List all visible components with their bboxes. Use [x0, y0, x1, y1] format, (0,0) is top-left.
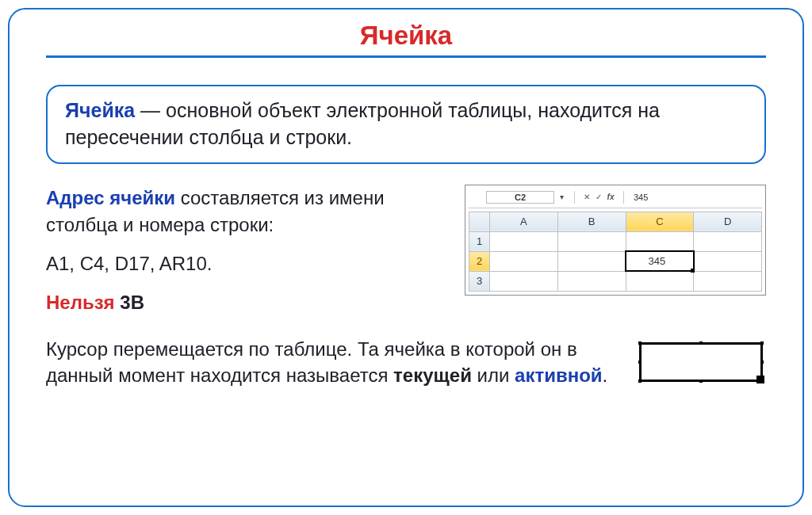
- col-header-D[interactable]: D: [694, 212, 762, 231]
- cell-C2-active[interactable]: 345: [626, 251, 694, 271]
- fill-handle-icon: [756, 376, 764, 383]
- formula-bar-separator: [574, 191, 575, 204]
- address-term: Адрес ячейки: [46, 187, 175, 208]
- cancel-icon[interactable]: ✕: [582, 193, 592, 201]
- bottom-row: Курсор перемещается по таблице. Та ячейк…: [46, 336, 766, 389]
- address-bad-example: 3B: [120, 292, 144, 313]
- cell-C3[interactable]: [626, 271, 694, 291]
- slide-card: Ячейка Ячейка — основной объект электрон…: [8, 8, 804, 507]
- row-header-2[interactable]: 2: [469, 251, 490, 271]
- col-header-B[interactable]: B: [557, 212, 626, 231]
- cell-A2[interactable]: [490, 251, 558, 271]
- confirm-icon[interactable]: ✓: [594, 193, 603, 201]
- cell-A3[interactable]: [490, 271, 558, 291]
- cell-D1[interactable]: [694, 231, 762, 251]
- cell-D3[interactable]: [694, 271, 762, 291]
- name-box[interactable]: C2: [486, 191, 554, 204]
- middle-row: Адрес ячейки составляется из имени столб…: [46, 185, 766, 317]
- definition-term: Ячейка: [65, 99, 135, 121]
- cell-B1[interactable]: [557, 231, 626, 251]
- cursor-kw-current: текущей: [393, 364, 472, 386]
- col-header-C[interactable]: C: [626, 212, 694, 231]
- formula-bar-value[interactable]: 345: [629, 193, 648, 202]
- fx-icon[interactable]: fx: [606, 193, 615, 201]
- mini-spreadsheet: C2 ▾ ✕ ✓ fx 345 A B C D: [465, 185, 766, 296]
- cell-D2[interactable]: [694, 251, 762, 271]
- cursor-text-suffix: .: [603, 364, 608, 386]
- definition-box: Ячейка — основной объект электронной таб…: [46, 85, 766, 164]
- namebox-dropdown-icon[interactable]: ▾: [557, 193, 566, 201]
- active-cell-illustration: [639, 342, 763, 382]
- row-header-3[interactable]: 3: [469, 271, 490, 291]
- cell-C1[interactable]: [626, 231, 694, 251]
- slide-title: Ячейка: [46, 21, 766, 51]
- definition-text: — основной объект электронной таблицы, н…: [65, 99, 660, 148]
- cursor-text-mid: или: [472, 364, 515, 386]
- cursor-text: Курсор перемещается по таблице. Та ячейк…: [46, 336, 615, 389]
- address-no-label: Нельзя: [46, 292, 115, 313]
- mini-grid: A B C D 1 2 345: [469, 212, 762, 292]
- cell-A1[interactable]: [490, 231, 558, 251]
- col-header-A[interactable]: A: [490, 212, 558, 231]
- cell-B2[interactable]: [557, 251, 626, 271]
- cursor-kw-active: активной: [515, 364, 603, 386]
- address-section: Адрес ячейки составляется из имени столб…: [46, 185, 446, 317]
- formula-bar-separator-2: [623, 191, 624, 204]
- cell-B3[interactable]: [557, 271, 626, 291]
- select-all-corner[interactable]: [469, 212, 490, 231]
- row-header-1[interactable]: 1: [469, 231, 490, 251]
- title-divider: [46, 55, 766, 58]
- address-examples: A1, C4, D17, AR10.: [46, 250, 446, 278]
- formula-bar: C2 ▾ ✕ ✓ fx 345: [469, 189, 762, 208]
